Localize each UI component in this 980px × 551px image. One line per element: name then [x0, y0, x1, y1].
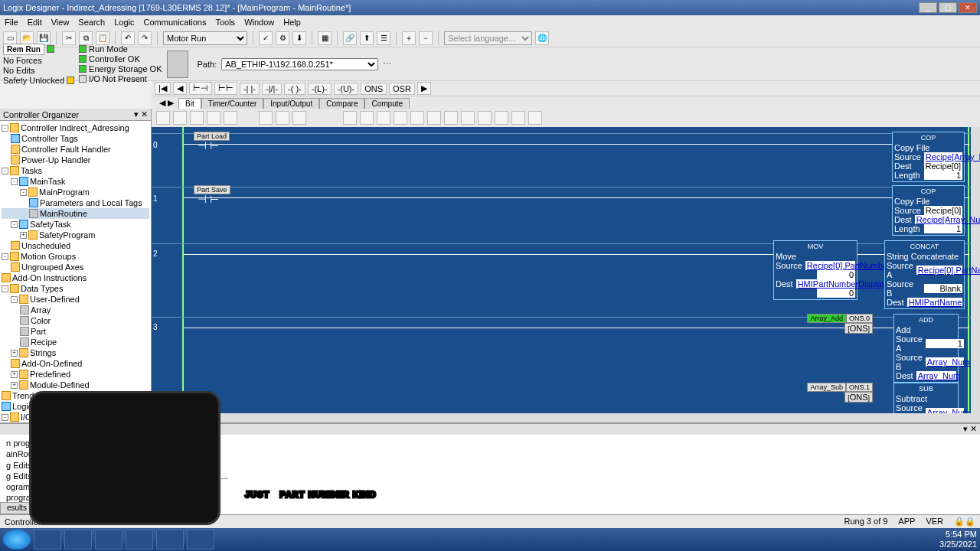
ladder-edit-5[interactable] [410, 111, 424, 125]
tag-array-add[interactable]: Array_Add [807, 314, 846, 323]
tree-unscheduled[interactable]: Unscheduled [2, 240, 149, 251]
rung-osr-button[interactable]: OSR [389, 83, 415, 95]
ladder-edit-6[interactable] [427, 111, 441, 125]
menu-file[interactable]: File [5, 18, 18, 27]
ladder-tool-6[interactable] [259, 111, 273, 125]
tab-compare[interactable]: Compare [319, 98, 364, 109]
maximize-button[interactable]: ▢ [939, 2, 957, 13]
taskbar-chrome[interactable] [126, 530, 153, 549]
paste-icon[interactable]: 📋 [96, 31, 109, 45]
path-select[interactable]: AB_ETHIP-1\192.168.0.251* [221, 58, 378, 70]
tree-mainprogram[interactable]: -MainProgram [2, 187, 149, 197]
rung-otl-icon[interactable]: -(L)- [308, 83, 332, 95]
rung-0[interactable] [152, 133, 971, 134]
taskbar-explorer[interactable] [34, 530, 61, 549]
inst-cop-2[interactable]: COP Copy File SourceRecipe[0] DestRecipe… [892, 185, 965, 236]
ladder-edit-4[interactable] [394, 111, 407, 125]
inst-mov[interactable]: MOV Move SourceRecipe[0].PartNumber 0 De… [773, 240, 858, 300]
rung-first-icon[interactable]: |◀ [155, 82, 171, 95]
tree-recipe[interactable]: Recipe [2, 337, 149, 347]
language-select[interactable]: Select language... [444, 31, 532, 45]
tree-strings[interactable]: +Strings [2, 347, 149, 358]
tree-userdef[interactable]: -User-Defined [2, 294, 149, 305]
menu-logic[interactable]: Logic [114, 18, 134, 27]
ladder-edit-12[interactable] [528, 111, 542, 125]
tree-controller[interactable]: -Controller Indirect_Adressing [2, 122, 149, 133]
ladder-edit-3[interactable] [377, 111, 390, 125]
rung-otu-icon[interactable]: -(U)- [334, 83, 359, 95]
download-icon[interactable]: ⬇ [292, 31, 306, 45]
tree-ungrouped-axes[interactable]: Ungrouped Axes [2, 262, 149, 272]
tree-module-def[interactable]: +Module-Defined [2, 380, 149, 390]
tree-tasks[interactable]: -Tasks [2, 165, 149, 176]
properties-icon[interactable]: ☰ [377, 31, 390, 45]
rung-ote-icon[interactable]: -( )- [284, 83, 305, 95]
ladder-tool-5[interactable] [224, 111, 237, 125]
rung-branch-icon[interactable]: ⊢⊣ [189, 82, 212, 95]
close-button[interactable]: ✕ [959, 2, 977, 13]
tab-bit[interactable]: Bit [178, 98, 201, 109]
menu-search[interactable]: Search [78, 18, 105, 27]
rung-ons-button[interactable]: ONS [361, 83, 387, 95]
ladder-tool-3[interactable] [190, 111, 204, 125]
tree-powerup[interactable]: Power-Up Handler [2, 155, 149, 165]
output-pin-icon[interactable]: ▾ ✕ [963, 424, 977, 435]
inst-cop-1[interactable]: COP Copy File SourceRecipe[Array_Num] De… [892, 132, 965, 182]
toggle-icon[interactable]: ▦ [318, 31, 332, 45]
tag-ons1[interactable]: ONS.1 [846, 383, 873, 392]
tree-safetyprogram[interactable]: +SafetyProgram [2, 230, 149, 240]
taskbar-ie[interactable] [95, 530, 122, 549]
menu-view[interactable]: View [51, 18, 70, 27]
go-online-icon[interactable]: 🔗 [343, 31, 357, 45]
menu-communications[interactable]: Communications [144, 18, 207, 27]
tree-addon-def[interactable]: Add-On-Defined [2, 358, 149, 369]
tree-controller-tags[interactable]: Controller Tags [2, 133, 149, 144]
tree-array[interactable]: Array [2, 305, 149, 315]
tree-safetytask[interactable]: -SafetyTask [2, 219, 149, 230]
tree-motion-groups[interactable]: -Motion Groups [2, 251, 149, 262]
menu-help[interactable]: Help [283, 18, 301, 27]
tag-ons0[interactable]: ONS.0 [846, 314, 873, 323]
tree-predefined[interactable]: +Predefined [2, 369, 149, 380]
ladder-edit-9[interactable] [478, 111, 492, 125]
rung-1-contact[interactable]: ⊣ ⊢ [198, 193, 219, 205]
tree-pin-icon[interactable]: ▾ ✕ [134, 109, 148, 119]
ladder-edit-10[interactable] [495, 111, 508, 125]
inst-sub[interactable]: SUB Subtract Source AArray_Num Source B1 [893, 383, 959, 413]
ladder-edit-7[interactable] [444, 111, 458, 125]
rung-xic-icon[interactable]: -| |- [240, 83, 260, 95]
ladder-tool-1[interactable] [156, 111, 170, 125]
ons-element-0[interactable]: [ONS] [844, 323, 873, 334]
tab-input-output[interactable]: Input/Output [263, 98, 319, 109]
tree-controller-fault[interactable]: Controller Fault Handler [2, 144, 149, 155]
zoom-out-icon[interactable]: － [419, 31, 433, 45]
start-button[interactable] [3, 530, 31, 549]
tree-mainroutine[interactable]: MainRoutine [2, 208, 149, 219]
rung-prev-icon[interactable]: ◀ [173, 82, 187, 95]
ladder-scrollbar-h[interactable] [152, 413, 980, 422]
rung-0-contact[interactable]: ⊣ ⊢ [198, 139, 219, 152]
system-tray[interactable]: 5:54 PM 3/25/2021 [939, 530, 977, 549]
tab-compute[interactable]: Compute [364, 98, 410, 109]
copy-icon[interactable]: ⧉ [79, 31, 93, 45]
tree-color[interactable]: Color [2, 315, 149, 326]
browse-path-icon[interactable]: ⋯ [383, 59, 391, 69]
ladder-tool-8[interactable] [292, 111, 306, 125]
rung-1[interactable] [152, 187, 971, 187]
tree-params[interactable]: Parameters and Local Tags [2, 197, 149, 208]
minimize-button[interactable]: _ [919, 2, 937, 13]
build-icon[interactable]: ⚙ [276, 31, 289, 45]
tree-part[interactable]: Part [2, 326, 149, 337]
undo-icon[interactable]: ↶ [121, 31, 135, 45]
taskbar-logix[interactable] [187, 530, 214, 549]
ons-element-1[interactable]: [ONS] [844, 392, 873, 403]
taskbar-app-1[interactable] [64, 530, 92, 549]
rung-next-icon[interactable]: ▶ [417, 82, 431, 95]
rung-xio-icon[interactable]: -|/|- [262, 83, 282, 95]
menu-tools[interactable]: Tools [215, 18, 235, 27]
tree-addon[interactable]: Add-On Instructions [2, 272, 149, 283]
tag-array-sub[interactable]: Array_Sub [807, 383, 846, 392]
menu-edit[interactable]: Edit [28, 18, 42, 27]
ladder-edit-11[interactable] [511, 111, 525, 125]
zoom-in-icon[interactable]: ＋ [402, 31, 416, 45]
